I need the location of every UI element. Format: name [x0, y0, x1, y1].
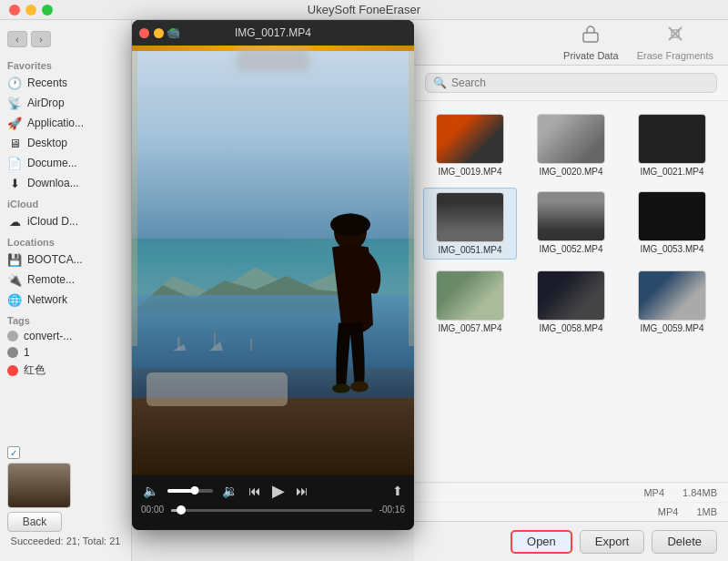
video-title-bar: IMG_0017.MP4 📹 — [132, 20, 414, 46]
export-button[interactable]: Export — [580, 530, 645, 554]
nav-back-button[interactable]: ‹ — [7, 31, 27, 47]
search-input[interactable] — [451, 76, 709, 89]
nav-forward-button[interactable]: › — [31, 31, 51, 47]
file-thumbnail — [537, 114, 605, 164]
volume-thumb — [191, 486, 199, 495]
sidebar-item-applications[interactable]: 🚀 Applicatio... — [0, 113, 131, 133]
sidebar-item-documents[interactable]: 📄 Docume... — [0, 153, 131, 173]
tag-1[interactable]: 1 — [0, 344, 131, 361]
window-controls — [9, 5, 53, 15]
icloud-icon: ☁ — [7, 214, 22, 229]
main-container: ‹ › Favorites 🕐 Recents 📡 AirDrop 🚀 Appl… — [0, 20, 728, 561]
bootcamp-icon: 💾 — [7, 252, 22, 267]
toolbar-private-data[interactable]: Private Data — [563, 24, 619, 61]
sidebar-item-icloud[interactable]: ☁ iCloud D... — [0, 211, 131, 231]
sidebar-item-remote[interactable]: 🔌 Remote... — [0, 270, 131, 290]
file-thumbnail — [638, 191, 706, 241]
blurred-face — [237, 49, 309, 71]
tag-convert[interactable]: convert-... — [0, 328, 131, 344]
desktop-icon: 🖥 — [7, 136, 22, 150]
svg-rect-11 — [583, 33, 598, 42]
file-grid: IMG_0019.MP4 IMG_0020.MP4 IMG_0021.MP4 I… — [414, 101, 728, 482]
file-item[interactable]: IMG_0059.MP4 — [625, 267, 719, 337]
floor-bed — [132, 398, 414, 475]
volume-button[interactable]: 🔈 — [141, 484, 160, 498]
downloads-icon: ⬇ — [7, 176, 22, 190]
file-item[interactable]: IMG_0053.MP4 — [625, 188, 719, 260]
right-panel: Private Data Erase Fragments 🔍 — [414, 20, 728, 561]
volume-up-icon[interactable]: 🔉 — [220, 484, 239, 498]
video-min-icon[interactable] — [154, 28, 164, 38]
locations-section-label: Locations — [0, 231, 131, 250]
file-thumbnail — [537, 270, 605, 321]
favorites-section-label: Favorites — [0, 55, 131, 73]
volume-slider[interactable] — [167, 489, 213, 493]
video-close-icon[interactable] — [139, 28, 149, 38]
sidebar-item-recents[interactable]: 🕐 Recents — [0, 73, 131, 93]
file-item-selected[interactable]: IMG_0051.MP4 — [423, 188, 517, 260]
file-name: IMG_0059.MP4 — [640, 323, 703, 333]
sidebar-item-label: BOOTCA... — [27, 253, 83, 266]
file-item[interactable]: IMG_0021.MP4 — [625, 110, 719, 180]
private-data-icon — [581, 24, 601, 48]
tag-label: convert-... — [24, 330, 72, 342]
svg-point-10 — [350, 382, 369, 393]
file-item[interactable]: IMG_0058.MP4 — [524, 267, 618, 337]
sidebar-item-downloads[interactable]: ⬇ Downloa... — [0, 173, 131, 193]
sidebar-item-label: Remote... — [27, 273, 75, 286]
tag-red[interactable]: 红色 — [0, 361, 131, 380]
file-thumbnail — [436, 270, 504, 321]
thumb-image — [639, 271, 705, 320]
sidebar-item-airdrop[interactable]: 📡 AirDrop — [0, 93, 131, 113]
file-name: IMG_0020.MP4 — [539, 167, 602, 177]
info-rows: MP4 1.84MB MP4 1MB — [414, 482, 728, 521]
video-frame — [132, 46, 414, 475]
sidebar-item-label: Desktop — [27, 137, 67, 149]
sidebar-item-desktop[interactable]: 🖥 Desktop — [0, 133, 131, 153]
file-name: IMG_0058.MP4 — [539, 323, 602, 333]
info-row: MP4 1.84MB — [414, 483, 728, 502]
sidebar-item-network[interactable]: 🌐 Network — [0, 290, 131, 310]
time-row: 00:00 -00:16 — [141, 505, 405, 515]
file-item[interactable]: IMG_0019.MP4 — [423, 110, 517, 180]
person-silhouette — [291, 161, 391, 398]
file-name: IMG_0051.MP4 — [438, 245, 501, 255]
recents-icon: 🕐 — [7, 76, 22, 90]
applications-icon: 🚀 — [7, 116, 22, 130]
sidebar-checkbox[interactable]: ✓ — [7, 446, 20, 459]
delete-button[interactable]: Delete — [652, 530, 717, 554]
thumb-image — [437, 271, 503, 320]
close-button[interactable] — [9, 5, 20, 15]
open-button[interactable]: Open — [511, 530, 572, 554]
file-item[interactable]: IMG_0052.MP4 — [524, 188, 618, 260]
rewind-button[interactable]: ⏮ — [247, 484, 263, 498]
file-item[interactable]: IMG_0020.MP4 — [524, 110, 618, 180]
share-button[interactable]: ⬆ — [390, 484, 405, 498]
file-thumbnail — [537, 191, 605, 241]
maximize-button[interactable] — [42, 5, 53, 15]
toolbar-erase-fragments[interactable]: Erase Fragments — [637, 24, 713, 61]
file-size: 1.84MB — [682, 487, 717, 498]
thumb-image — [538, 271, 604, 320]
file-item[interactable]: IMG_0057.MP4 — [423, 267, 517, 337]
thumb-image — [639, 115, 705, 163]
minimize-button[interactable] — [25, 5, 36, 15]
file-thumbnail — [638, 114, 706, 164]
tag-label: 1 — [24, 346, 30, 359]
play-button[interactable]: ▶ — [270, 481, 287, 501]
thumb-image — [437, 115, 503, 163]
back-button[interactable]: Back — [7, 512, 62, 532]
top-toolbar: Private Data Erase Fragments — [414, 20, 728, 66]
info-row: MP4 1MB — [414, 502, 728, 521]
video-file-icon: 📹 — [167, 26, 180, 39]
controls-row: 🔈 🔉 ⏮ ▶ ⏭ ⬆ — [141, 481, 405, 501]
network-icon: 🌐 — [7, 292, 22, 307]
video-player: IMG_0017.MP4 📹 — [132, 20, 414, 530]
tag-dot — [7, 347, 18, 358]
search-icon: 🔍 — [433, 76, 447, 89]
tag-dot — [7, 365, 18, 376]
seek-bar[interactable] — [171, 509, 372, 512]
sidebar-thumbnail — [7, 463, 71, 508]
sidebar-item-bootcamp[interactable]: 💾 BOOTCA... — [0, 250, 131, 270]
fast-forward-button[interactable]: ⏭ — [294, 484, 310, 498]
